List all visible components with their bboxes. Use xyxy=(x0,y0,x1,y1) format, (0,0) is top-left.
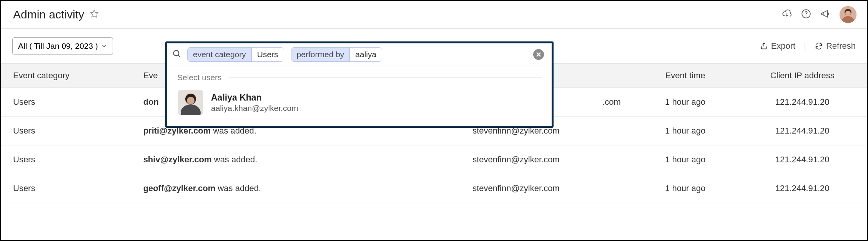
divider xyxy=(229,78,542,78)
chevron-down-icon xyxy=(101,41,107,51)
svg-point-6 xyxy=(173,50,179,56)
cell-client-ip: 121.244.91.20 xyxy=(746,174,867,203)
col-event-time[interactable]: Event time xyxy=(625,64,746,88)
user-suggestion[interactable]: Aaliya Khan aaliya.khan@zylker.com xyxy=(177,87,542,117)
refresh-button[interactable]: Refresh xyxy=(815,41,856,51)
svg-point-5 xyxy=(845,11,851,16)
export-label: Export xyxy=(771,41,796,51)
date-filter-label: All ( Till Jan 09, 2023 ) xyxy=(18,41,98,51)
filter-token-category[interactable]: event category Users xyxy=(187,47,284,62)
search-popover: event category Users performed by aaliya… xyxy=(165,41,554,128)
cell-category: Users xyxy=(1,117,140,145)
cell-event-time: 1 hour ago xyxy=(625,145,746,174)
filter-token-performed-by[interactable]: performed by aaliya xyxy=(291,47,382,62)
page-title: Admin activity xyxy=(13,8,84,21)
toolbar-right: Export | Refresh xyxy=(760,41,856,51)
megaphone-icon[interactable] xyxy=(820,9,830,21)
cell-client-ip: 121.244.91.20 xyxy=(746,88,867,117)
separator: | xyxy=(804,41,806,51)
avatar[interactable] xyxy=(840,6,856,23)
cell-event-time: 1 hour ago xyxy=(625,174,746,203)
svg-point-10 xyxy=(187,97,195,104)
user-name: Aaliya Khan xyxy=(211,92,298,103)
search-input-row[interactable]: event category Users performed by aaliya xyxy=(167,43,552,66)
token-value: Users xyxy=(251,48,284,61)
suggestion-header-text: Select users xyxy=(177,73,222,82)
cell-category: Users xyxy=(1,145,140,174)
clear-search-button[interactable] xyxy=(533,49,544,60)
cell-category: Users xyxy=(1,88,140,117)
cell-description: geoff@zylker.com was added. xyxy=(140,174,469,203)
refresh-label: Refresh xyxy=(826,41,856,51)
suggestion-area: Select users Aaliya Khan aaliya.khan@zyl… xyxy=(167,66,552,126)
cell-event-time: 1 hour ago xyxy=(625,117,746,145)
cell-client-ip: 121.244.91.20 xyxy=(746,145,867,174)
search-icon xyxy=(172,49,182,61)
header-left: Admin activity xyxy=(13,8,99,21)
cell-event-time: 1 hour ago xyxy=(625,88,746,117)
header-right xyxy=(782,6,856,23)
cell-performed-by: stevenfinn@zylker.com xyxy=(469,174,625,203)
star-icon[interactable] xyxy=(90,9,99,20)
col-client-ip[interactable]: Client IP address xyxy=(746,64,867,88)
suggestion-header: Select users xyxy=(177,73,542,82)
cell-description: shiv@zylker.com was added. xyxy=(140,145,469,174)
page-header: Admin activity xyxy=(1,1,867,29)
download-cloud-icon[interactable] xyxy=(782,9,792,21)
export-button[interactable]: Export xyxy=(760,41,796,51)
token-label: event category xyxy=(188,48,251,61)
table-row[interactable]: Usersgeoff@zylker.com was added.stevenfi… xyxy=(1,174,867,203)
cell-category: Users xyxy=(1,174,140,203)
token-value: aaliya xyxy=(349,48,382,61)
cell-client-ip: 121.244.91.20 xyxy=(746,117,867,145)
user-text: Aaliya Khan aaliya.khan@zylker.com xyxy=(211,92,298,113)
user-email: aaliya.khan@zylker.com xyxy=(211,104,298,113)
cell-performed-by: stevenfinn@zylker.com xyxy=(469,145,625,174)
table-row[interactable]: Usersshiv@zylker.com was added.stevenfin… xyxy=(1,145,867,174)
date-filter-dropdown[interactable]: All ( Till Jan 09, 2023 ) xyxy=(12,37,113,55)
token-label: performed by xyxy=(291,48,350,61)
col-event-category[interactable]: Event category xyxy=(1,64,140,88)
user-avatar xyxy=(178,90,203,115)
help-icon[interactable] xyxy=(801,9,811,21)
svg-point-1 xyxy=(806,15,806,16)
